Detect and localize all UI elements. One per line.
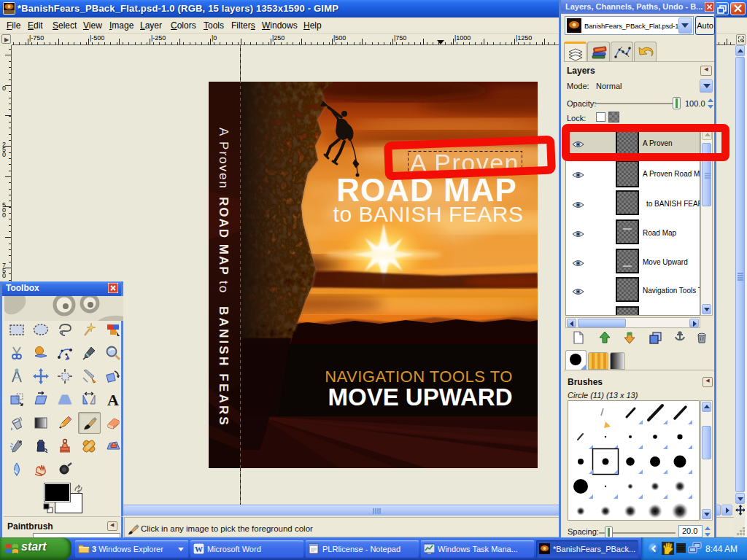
svg-text:W: W xyxy=(195,545,203,553)
svg-text:A: A xyxy=(107,391,119,408)
svg-text:MOVE UPWARD: MOVE UPWARD xyxy=(328,384,512,411)
svg-text:to BANISH FEARS: to BANISH FEARS xyxy=(333,202,524,226)
